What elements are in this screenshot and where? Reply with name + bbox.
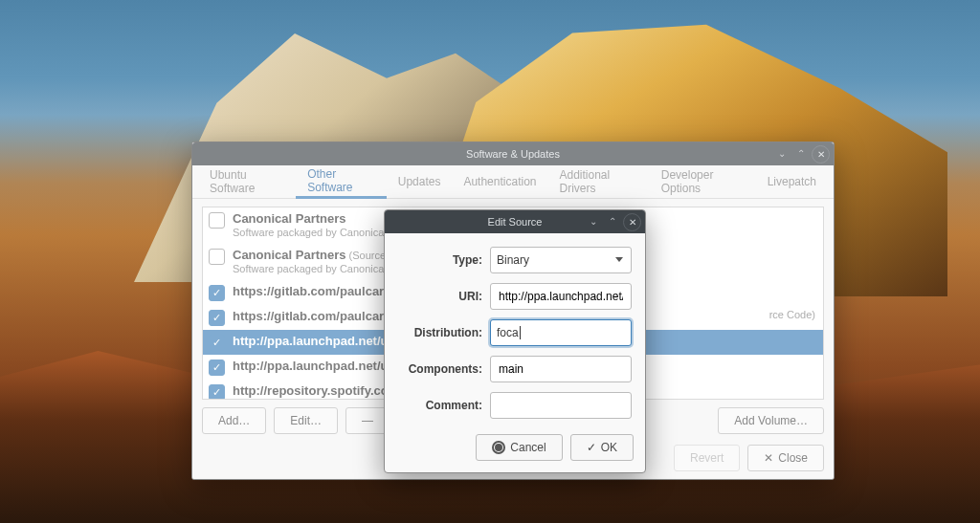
uri-input[interactable] (490, 283, 632, 310)
cancel-icon (492, 441, 505, 454)
distribution-label: Distribution: (398, 326, 482, 339)
components-label: Components: (398, 362, 482, 376)
comment-field[interactable] (497, 398, 625, 413)
uri-label: URI: (398, 290, 482, 303)
dialog-form: Type: Binary URI: Distribution: foca Com… (385, 233, 645, 428)
components-input[interactable] (490, 356, 632, 382)
edit-source-dialog: Edit Source ⌄ ⌃ ✕ Type: Binary URI: Dist… (384, 209, 646, 473)
comment-label: Comment: (398, 399, 482, 412)
distribution-input[interactable]: foca (490, 319, 632, 346)
cancel-button[interactable]: Cancel (476, 434, 562, 461)
chevron-down-icon (615, 257, 623, 262)
close-icon[interactable]: ✕ (623, 213, 641, 231)
ok-button[interactable]: ✓OK (570, 434, 634, 461)
comment-input[interactable] (490, 392, 632, 419)
type-label: Type: (398, 253, 482, 267)
desktop: Software & Updates ⌄ ⌃ ✕ Ubuntu Software… (0, 0, 980, 523)
components-field[interactable] (497, 361, 625, 377)
distribution-value: foca (497, 326, 519, 339)
dialog-buttons: Cancel ✓OK (385, 428, 645, 472)
dialog-title: Edit Source (488, 216, 543, 228)
maximize-icon[interactable]: ⌃ (604, 213, 620, 229)
uri-field[interactable] (497, 289, 625, 304)
check-icon: ✓ (587, 441, 596, 454)
type-value: Binary (497, 253, 529, 267)
software-updates-window: Software & Updates ⌄ ⌃ ✕ Ubuntu Software… (191, 142, 835, 480)
dialog-titlebar[interactable]: Edit Source ⌄ ⌃ ✕ (385, 210, 645, 233)
type-dropdown[interactable]: Binary (490, 247, 632, 273)
text-caret (520, 326, 521, 339)
minimize-icon[interactable]: ⌄ (585, 213, 601, 229)
